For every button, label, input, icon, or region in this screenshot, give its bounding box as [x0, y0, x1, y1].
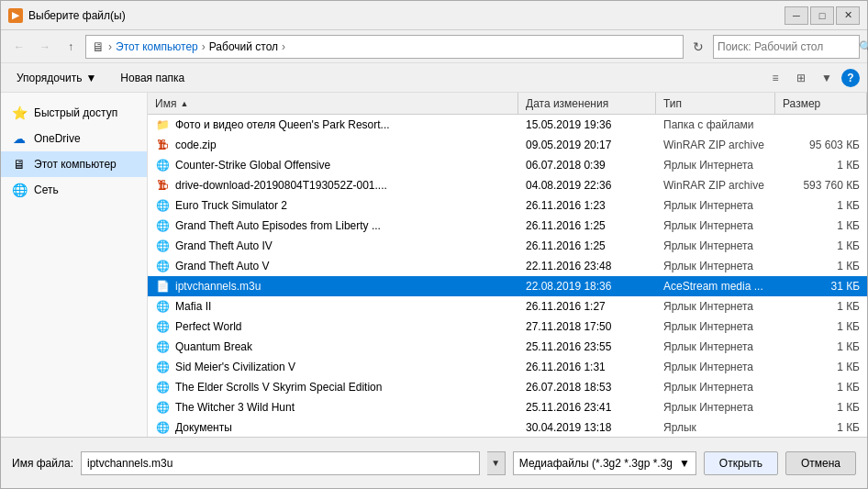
file-name-cell: 🌐 Mafia II	[148, 299, 518, 314]
search-input[interactable]	[714, 40, 859, 53]
view-controls: ≡ ⊞ ▼ ?	[764, 67, 860, 89]
file-date: 25.11.2016 23:55	[518, 340, 656, 353]
file-type: Ярлык Интернета	[656, 381, 775, 394]
file-date: 22.08.2019 18:36	[518, 280, 656, 293]
file-size: 593 760 КБ	[775, 179, 867, 192]
table-row[interactable]: 🗜 drive-download-20190804T193052Z-001...…	[148, 175, 867, 195]
table-row[interactable]: 🌐 Euro Truck Simulator 2 26.11.2016 1:23…	[148, 195, 867, 216]
file-type: Ярлык Интернета	[656, 340, 775, 353]
search-icon[interactable]: 🔍	[859, 36, 868, 58]
file-name-text: Quantum Break	[175, 340, 252, 353]
file-name-text: Grand Theft Auto V	[175, 260, 270, 272]
maximize-button[interactable]: □	[810, 6, 834, 25]
table-row[interactable]: 🌐 The Elder Scrolls V Skyrim Special Edi…	[148, 377, 867, 397]
file-name-text: Документы	[175, 421, 232, 434]
forward-button[interactable]: →	[34, 36, 56, 58]
sidebar-item-quick-access[interactable]: ⭐ Быстрый доступ	[1, 100, 147, 126]
new-folder-button[interactable]: Новая папка	[112, 67, 193, 89]
file-name-cell: 🌐 Perfect World	[148, 319, 518, 334]
refresh-button[interactable]: ↻	[687, 36, 709, 58]
folder-icon: 📁	[155, 117, 170, 132]
cancel-button[interactable]: Отмена	[785, 451, 856, 475]
back-button[interactable]: ←	[8, 36, 30, 58]
app-icon: ▶	[8, 8, 23, 23]
file-size: 1 КБ	[775, 219, 867, 232]
file-name-text: Grand Theft Auto Episodes from Liberty .…	[175, 219, 381, 232]
table-row[interactable]: 🌐 Grand Theft Auto V 22.11.2016 23:48 Яр…	[148, 256, 867, 276]
url-icon: 🌐	[155, 400, 170, 415]
col-header-type[interactable]: Тип	[656, 93, 775, 114]
filename-dropdown-btn[interactable]: ▼	[487, 451, 506, 475]
file-size: 1 КБ	[775, 381, 867, 394]
table-row[interactable]: 🌐 Sid Meier's Civilization V 26.11.2016 …	[148, 357, 867, 377]
address-bar[interactable]: 🖥 › Этот компьютер › Рабочий стол ›	[85, 35, 684, 59]
close-button[interactable]: ✕	[836, 6, 860, 25]
url-icon: 🌐	[155, 299, 170, 314]
file-name-text: Grand Theft Auto IV	[175, 239, 273, 252]
table-row[interactable]: 📁 Фото и видео отеля Queen's Park Resort…	[148, 115, 867, 135]
file-date: 26.11.2016 1:23	[518, 199, 656, 212]
table-row[interactable]: 🌐 Counter-Strike Global Offensive 06.07.…	[148, 155, 867, 175]
file-date: 30.04.2019 13:18	[518, 421, 656, 434]
main-content: ⭐ Быстрый доступ ☁ OneDrive 🖥 Этот компь…	[1, 93, 867, 437]
folder-icon: 🖥	[92, 39, 105, 54]
quick-access-icon: ⭐	[12, 106, 27, 120]
file-size: 1 КБ	[775, 421, 867, 434]
open-button[interactable]: Открыть	[704, 451, 778, 475]
filetype-dropdown[interactable]: Медиафайлы (*.3g2 *.3gp *.3g ▼	[513, 451, 696, 475]
sidebar-item-onedrive[interactable]: ☁ OneDrive	[1, 126, 147, 151]
file-name-text: Sid Meier's Civilization V	[175, 361, 295, 373]
table-row[interactable]: 🌐 Quantum Break 25.11.2016 23:55 Ярлык И…	[148, 337, 867, 357]
table-row[interactable]: 🌐 Mafia II 26.11.2016 1:27 Ярлык Интерне…	[148, 296, 867, 317]
file-name-text: Counter-Strike Global Offensive	[175, 159, 330, 172]
sort-button[interactable]: Упорядочить ▼	[8, 67, 105, 89]
table-row[interactable]: 🌐 The Witcher 3 Wild Hunt 25.11.2016 23:…	[148, 397, 867, 417]
sidebar-item-this-pc[interactable]: 🖥 Этот компьютер	[1, 151, 147, 177]
file-type: Ярлык	[656, 421, 775, 434]
zip-icon: 🗜	[155, 178, 170, 193]
file-name-text: Фото и видео отеля Queen's Park Resort..…	[175, 118, 390, 131]
file-name-text: The Witcher 3 Wild Hunt	[175, 401, 295, 414]
onedrive-icon: ☁	[12, 131, 27, 146]
sidebar-label-network: Сеть	[34, 183, 59, 196]
table-row[interactable]: 🌐 Документы 30.04.2019 13:18 Ярлык 1 КБ	[148, 417, 867, 437]
table-row[interactable]: 🗜 code.zip 09.05.2019 20:17 WinRAR ZIP a…	[148, 135, 867, 155]
details-view-button[interactable]: ≡	[764, 67, 786, 89]
file-type: Ярлык Интернета	[656, 219, 775, 232]
bottom-bar: Имя файла: ▼ Медиафайлы (*.3g2 *.3gp *.3…	[1, 437, 867, 488]
file-list-header: Имя ▲ Дата изменения Тип Размер	[148, 93, 867, 115]
file-size: 1 КБ	[775, 199, 867, 212]
file-date: 04.08.2019 22:36	[518, 179, 656, 192]
sidebar-item-network[interactable]: 🌐 Сеть	[1, 177, 147, 203]
file-date: 25.11.2016 23:41	[518, 401, 656, 414]
url-icon: 🌐	[155, 239, 170, 253]
url-icon: 🌐	[155, 319, 170, 334]
file-type: Папка с файлами	[656, 118, 775, 131]
help-button[interactable]: ?	[841, 69, 860, 87]
file-name-text: code.zip	[175, 139, 217, 151]
file-type: Ярлык Интернета	[656, 361, 775, 373]
filename-input[interactable]	[81, 451, 480, 475]
file-name-cell: 🌐 Sid Meier's Civilization V	[148, 360, 518, 374]
col-header-date[interactable]: Дата изменения	[518, 93, 656, 114]
file-name-cell: 📁 Фото и видео отеля Queen's Park Resort…	[148, 117, 518, 132]
search-box: 🔍	[713, 35, 860, 59]
col-header-name[interactable]: Имя ▲	[148, 93, 518, 114]
file-list-container[interactable]: Имя ▲ Дата изменения Тип Размер 📁 Фото и…	[148, 93, 867, 437]
table-row[interactable]: 🌐 Perfect World 27.11.2018 17:50 Ярлык И…	[148, 317, 867, 337]
breadcrumb-this-pc[interactable]: Этот компьютер	[116, 40, 198, 53]
minimize-button[interactable]: ─	[785, 6, 808, 25]
url-icon: 🌐	[155, 339, 170, 354]
sort-toolbar: Упорядочить ▼ Новая папка ≡ ⊞ ▼ ?	[1, 63, 867, 93]
table-row[interactable]: 🌐 Grand Theft Auto IV 26.11.2016 1:25 Яр…	[148, 236, 867, 256]
table-row[interactable]: 🌐 Grand Theft Auto Episodes from Liberty…	[148, 216, 867, 236]
table-row[interactable]: 📄 iptvchannels.m3u 22.08.2019 18:36 AceS…	[148, 276, 867, 296]
file-name-cell: 🌐 Grand Theft Auto IV	[148, 239, 518, 253]
file-size: 1 КБ	[775, 260, 867, 272]
view-options-button[interactable]: ▼	[816, 67, 838, 89]
col-header-size[interactable]: Размер	[775, 93, 867, 114]
tiles-view-button[interactable]: ⊞	[790, 67, 812, 89]
sidebar-label-quick-access: Быстрый доступ	[34, 106, 117, 119]
up-button[interactable]: ↑	[60, 36, 82, 58]
file-name-cell: 🌐 Euro Truck Simulator 2	[148, 198, 518, 213]
